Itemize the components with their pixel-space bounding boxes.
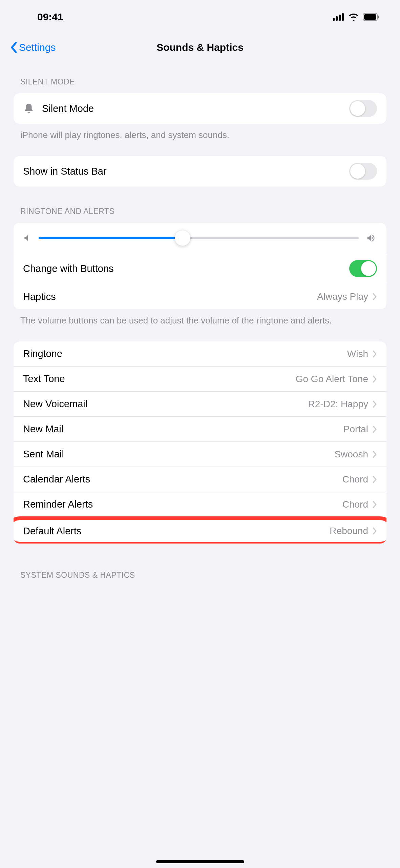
status-time: 09:41	[37, 11, 63, 23]
row-silent-mode[interactable]: Silent Mode	[14, 93, 386, 124]
section-header-system: SYSTEM SOUNDS & HAPTICS	[0, 544, 400, 584]
sound-label: New Voicemail	[23, 398, 308, 410]
cellular-icon	[333, 13, 344, 21]
row-show-statusbar[interactable]: Show in Status Bar	[14, 156, 386, 186]
row-haptics[interactable]: Haptics Always Play	[14, 284, 386, 309]
haptics-label: Haptics	[23, 291, 317, 302]
change-buttons-toggle[interactable]	[349, 260, 377, 277]
svg-rect-6	[378, 16, 379, 18]
card-ringtone: Change with Buttons Haptics Always Play	[14, 223, 386, 309]
row-sound[interactable]: Calendar AlertsChord	[14, 467, 386, 492]
home-indicator[interactable]	[156, 860, 244, 863]
sound-label: Calendar Alerts	[23, 474, 342, 485]
sound-label: Ringtone	[23, 348, 347, 359]
show-statusbar-toggle[interactable]	[349, 163, 377, 180]
sound-label: New Mail	[23, 423, 343, 435]
row-sound[interactable]: New VoicemailR2-D2: Happy	[14, 392, 386, 417]
chevron-right-icon	[372, 475, 377, 484]
sound-value: Swoosh	[334, 449, 368, 460]
sound-label: Default Alerts	[23, 526, 330, 537]
change-buttons-label: Change with Buttons	[23, 263, 349, 274]
chevron-right-icon	[372, 350, 377, 358]
chevron-right-icon	[372, 450, 377, 458]
svg-rect-2	[339, 15, 341, 21]
sound-label: Reminder Alerts	[23, 499, 342, 510]
row-sound[interactable]: RingtoneWish	[14, 341, 386, 367]
speaker-low-icon	[23, 234, 32, 242]
svg-rect-1	[336, 16, 338, 21]
sound-label: Text Tone	[23, 373, 296, 384]
silent-mode-label: Silent Mode	[42, 103, 349, 114]
chevron-right-icon	[372, 400, 377, 408]
sound-value: Go Go Alert Tone	[296, 374, 368, 384]
sound-value: Portal	[343, 424, 368, 435]
section-header-silent: SILENT MODE	[0, 61, 400, 91]
section-header-ringtone: RINGTONE AND ALERTS	[0, 186, 400, 220]
speaker-high-icon	[365, 233, 377, 243]
sound-value: Wish	[347, 349, 368, 359]
row-sound[interactable]: Sent MailSwoosh	[14, 442, 386, 467]
card-silent: Silent Mode	[14, 93, 386, 124]
row-sound[interactable]: New MailPortal	[14, 417, 386, 442]
content: SILENT MODE Silent Mode iPhone will play…	[0, 61, 400, 597]
silent-footer: iPhone will play ringtones, alerts, and …	[0, 124, 400, 141]
status-icons	[333, 13, 380, 21]
chevron-right-icon	[372, 425, 377, 433]
sound-value: R2-D2: Happy	[308, 399, 368, 410]
back-button[interactable]: Settings	[10, 42, 56, 53]
chevron-right-icon	[372, 293, 377, 301]
svg-rect-0	[333, 18, 335, 21]
chevron-left-icon	[10, 42, 18, 53]
chevron-right-icon	[372, 375, 377, 383]
svg-rect-3	[342, 13, 344, 21]
row-sound[interactable]: Text ToneGo Go Alert Tone	[14, 367, 386, 392]
silent-mode-toggle[interactable]	[349, 100, 377, 117]
show-statusbar-label: Show in Status Bar	[23, 166, 349, 177]
sound-label: Sent Mail	[23, 449, 334, 460]
svg-rect-5	[364, 14, 376, 20]
page-title: Sounds & Haptics	[0, 42, 400, 53]
card-sounds: RingtoneWishText ToneGo Go Alert ToneNew…	[14, 341, 386, 544]
volume-slider[interactable]	[39, 237, 359, 239]
ringtone-footer: The volume buttons can be used to adjust…	[0, 309, 400, 327]
row-sound[interactable]: Default AlertsRebound	[14, 518, 386, 544]
chevron-right-icon	[372, 527, 377, 535]
wifi-icon	[349, 13, 359, 21]
row-sound[interactable]: Reminder AlertsChord	[14, 492, 386, 517]
status-bar: 09:41	[0, 0, 400, 34]
row-change-with-buttons[interactable]: Change with Buttons	[14, 253, 386, 284]
sound-value: Chord	[342, 499, 368, 510]
chevron-right-icon	[372, 500, 377, 509]
row-volume-slider[interactable]	[14, 223, 386, 253]
card-statusbar: Show in Status Bar	[14, 156, 386, 186]
back-label: Settings	[19, 42, 56, 53]
sound-value: Chord	[342, 474, 368, 485]
battery-icon	[363, 13, 380, 21]
haptics-value: Always Play	[317, 291, 368, 302]
sound-value: Rebound	[330, 526, 368, 536]
bell-icon	[23, 103, 42, 114]
nav-bar: Settings Sounds & Haptics	[0, 34, 400, 61]
